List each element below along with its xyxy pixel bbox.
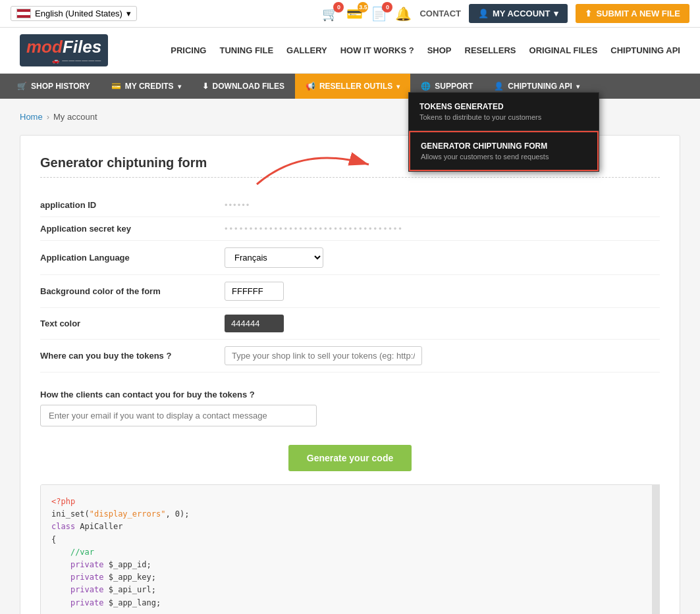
content-box: Generator chiptuning form application ID… bbox=[20, 135, 680, 614]
shop-history-icon: 🛒 bbox=[17, 82, 27, 91]
api-user-icon: 👤 bbox=[494, 82, 504, 91]
sec-nav-my-credits[interactable]: 💳 MY CREDITS ▾ bbox=[101, 74, 192, 99]
app-id-row: application ID •••••• bbox=[40, 193, 660, 217]
language-select[interactable]: Français English Deutsch Español bbox=[225, 247, 323, 268]
language-value[interactable]: Français English Deutsch Español bbox=[225, 247, 660, 268]
dropdown-generator-form[interactable]: GENERATOR CHIPTUNING FORM Allows your cu… bbox=[409, 131, 599, 171]
logo[interactable]: mod Files 🚗 —————— bbox=[20, 34, 108, 66]
logo-wrap: mod Files 🚗 —————— bbox=[20, 34, 108, 66]
upload-icon: ⬆ bbox=[585, 9, 592, 18]
dropdown-generator-sub: Allows your customers to send requests bbox=[421, 153, 587, 161]
nav-original-files[interactable]: ORIGINAL FILES bbox=[529, 45, 598, 55]
download-icon: ⬇ bbox=[202, 82, 209, 91]
secret-key-value: •••••••••••••••••••••••••••••••••••• bbox=[225, 224, 660, 234]
shop-link-input[interactable] bbox=[225, 346, 422, 365]
logo-files: Files bbox=[63, 37, 101, 57]
logo-tagline: 🚗 —————— bbox=[26, 57, 101, 64]
bell-icon-wrap[interactable]: 🔔 bbox=[395, 6, 412, 22]
main-nav: PRICING TUNING FILE GALLERY HOW IT WORKS… bbox=[171, 45, 680, 55]
bg-color-input[interactable]: FFFFFF bbox=[225, 282, 284, 301]
app-id-blurred: •••••• bbox=[225, 200, 250, 210]
app-id-label: application ID bbox=[40, 200, 225, 210]
text-color-row: Text color 444444 bbox=[40, 308, 660, 340]
language-label: Application Language bbox=[40, 253, 225, 263]
language-selector-wrap[interactable]: English (United States) ▾ bbox=[11, 6, 137, 21]
contact-question-wrap: How the clients can contact you for buy … bbox=[40, 372, 660, 432]
nav-pricing[interactable]: PRICING bbox=[171, 45, 206, 55]
language-selector[interactable]: English (United States) ▾ bbox=[11, 6, 137, 21]
nav-shop[interactable]: SHOP bbox=[427, 45, 452, 55]
contact-link[interactable]: CONTACT bbox=[419, 9, 461, 18]
doc-badge: 0 bbox=[382, 2, 392, 13]
dropdown-generator-title: GENERATOR CHIPTUNING FORM bbox=[421, 141, 587, 151]
credits-chevron-icon: ▾ bbox=[178, 83, 181, 90]
sec-nav-download-files[interactable]: ⬇ DOWNLOAD FILES bbox=[192, 74, 295, 99]
breadcrumb-current: My account bbox=[53, 112, 97, 122]
sec-nav-reseller-outils[interactable]: 📢 RESELLER OUTILS ▾ bbox=[295, 74, 410, 99]
shop-link-value[interactable] bbox=[225, 346, 660, 365]
reseller-chevron-icon: ▾ bbox=[396, 83, 400, 90]
text-color-input[interactable]: 444444 bbox=[225, 315, 284, 332]
submit-new-file-button[interactable]: ⬆ SUBMIT A NEW FILE bbox=[576, 4, 689, 23]
sec-nav-reseller-label: RESELLER OUTILS bbox=[319, 82, 392, 91]
dropdown-tokens-sub: Tokens to distribute to your customers bbox=[419, 113, 588, 121]
doc-icon-wrap[interactable]: 📄 0 bbox=[371, 6, 387, 22]
credit-badge: 3.5 bbox=[358, 2, 368, 13]
main-content: Home › My account Generator chiptuning f… bbox=[0, 99, 700, 614]
api-chevron-icon: ▾ bbox=[576, 83, 579, 90]
top-bar: English (United States) ▾ 🛒 0 💳 3.5 📄 0 … bbox=[0, 0, 700, 28]
nav-gallery[interactable]: GALLERY bbox=[286, 45, 327, 55]
logo-bar: mod Files 🚗 —————— PRICING TUNING FILE G… bbox=[0, 28, 700, 74]
bg-color-label: Background color of the form bbox=[40, 286, 225, 296]
text-color-label: Text color bbox=[40, 319, 225, 328]
sec-nav-support-label: SUPPORT bbox=[435, 82, 473, 91]
nav-tuning-file[interactable]: TUNING FILE bbox=[219, 45, 273, 55]
bg-color-row: Background color of the form FFFFFF bbox=[40, 275, 660, 308]
code-output-wrap: <?php ini_set("display_errors", 0); clas… bbox=[40, 484, 660, 614]
generate-button[interactable]: Generate your code bbox=[288, 445, 412, 471]
credits-icon: 💳 bbox=[111, 82, 121, 91]
top-bar-icons: 🛒 0 💳 3.5 📄 0 🔔 CONTACT 👤 MY ACCOUNT ▾ ⬆… bbox=[322, 4, 689, 23]
nav-chiptuning-api[interactable]: CHIPTUNING API bbox=[610, 45, 680, 55]
contact-question-label: How the clients can contact you for buy … bbox=[40, 390, 660, 399]
sec-nav-shop-history[interactable]: 🛒 SHOP HISTORY bbox=[7, 74, 101, 99]
bg-color-value: FFFFFF bbox=[225, 282, 660, 301]
sec-nav-credits-label: MY CREDITS bbox=[125, 82, 174, 91]
dropdown-tokens-generated[interactable]: TOKENS GENERATED Tokens to distribute to… bbox=[409, 93, 599, 131]
app-id-value: •••••• bbox=[225, 200, 660, 210]
email-input[interactable] bbox=[40, 405, 317, 426]
submit-label: SUBMIT A NEW FILE bbox=[596, 9, 680, 18]
dropdown-tokens-title: TOKENS GENERATED bbox=[419, 102, 588, 111]
reseller-icon: 📢 bbox=[306, 82, 315, 91]
my-account-label: MY ACCOUNT bbox=[493, 9, 550, 18]
cart-icon-wrap[interactable]: 🛒 0 bbox=[322, 6, 338, 22]
language-row: Application Language Français English De… bbox=[40, 241, 660, 275]
generator-form: application ID •••••• Application secret… bbox=[40, 193, 660, 432]
arrow-indicator bbox=[250, 138, 395, 191]
breadcrumb-separator: › bbox=[47, 112, 49, 122]
language-label: English (United States) bbox=[35, 9, 122, 18]
reseller-dropdown: TOKENS GENERATED Tokens to distribute to… bbox=[408, 92, 599, 172]
shop-link-row: Where can you buy the tokens ? bbox=[40, 340, 660, 372]
text-color-value: 444444 bbox=[225, 315, 660, 332]
nav-how-it-works[interactable]: HOW IT WORKS ? bbox=[340, 45, 414, 55]
sec-nav-download-label: DOWNLOAD FILES bbox=[213, 82, 284, 91]
breadcrumb-home[interactable]: Home bbox=[20, 112, 43, 122]
code-scrollbar[interactable] bbox=[652, 484, 660, 614]
sec-nav-api-label: CHIPTUNING API bbox=[508, 82, 572, 91]
secret-key-blurred: •••••••••••••••••••••••••••••••••••• bbox=[225, 224, 404, 234]
user-icon: 👤 bbox=[478, 9, 489, 18]
sec-nav-shop-history-label: SHOP HISTORY bbox=[31, 82, 90, 91]
cart-badge: 0 bbox=[333, 2, 344, 13]
code-output[interactable]: <?php ini_set("display_errors", 0); clas… bbox=[40, 484, 660, 614]
chevron-down-icon: ▾ bbox=[126, 9, 131, 18]
bell-icon: 🔔 bbox=[395, 6, 412, 22]
shop-link-label: Where can you buy the tokens ? bbox=[40, 351, 225, 361]
credit-icon-wrap[interactable]: 💳 3.5 bbox=[346, 6, 363, 22]
secret-key-label: Application secret key bbox=[40, 224, 225, 234]
us-flag-icon bbox=[16, 9, 31, 18]
secret-key-row: Application secret key •••••••••••••••••… bbox=[40, 217, 660, 241]
nav-resellers[interactable]: RESELLERS bbox=[465, 45, 516, 55]
chevron-down-icon: ▾ bbox=[554, 9, 558, 18]
my-account-button[interactable]: 👤 MY ACCOUNT ▾ bbox=[469, 4, 568, 23]
